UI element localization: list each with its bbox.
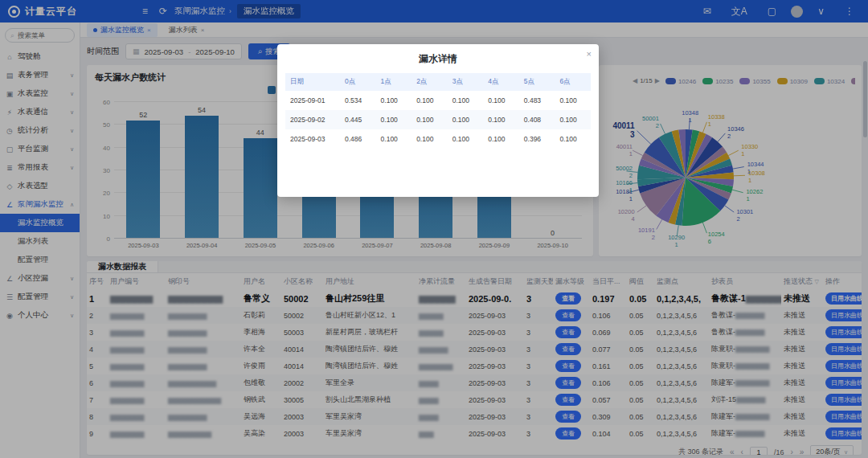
modal-cell: 0.408 <box>519 110 555 129</box>
modal-title: 漏水详情 <box>285 52 591 66</box>
modal-cell: 0.483 <box>519 91 555 110</box>
modal-cell: 2025-09-03 <box>285 129 340 149</box>
modal-col-header: 1点 <box>376 73 412 91</box>
modal-cell: 0.100 <box>376 129 412 149</box>
modal-cell: 0.100 <box>555 91 591 110</box>
modal-col-header: 2点 <box>411 73 448 91</box>
modal-col-header: 日期 <box>285 73 340 91</box>
modal-cell: 0.534 <box>340 91 376 110</box>
modal-close-icon[interactable]: × <box>587 49 592 59</box>
modal-cell: 0.100 <box>411 110 448 129</box>
modal-col-header: 4点 <box>483 73 519 91</box>
modal-table-row: 2025-09-030.4860.1000.1000.1000.1000.396… <box>285 129 591 149</box>
modal-cell: 0.486 <box>340 129 376 149</box>
modal-cell: 0.100 <box>448 110 484 129</box>
modal-cell: 0.100 <box>411 129 448 149</box>
modal-cell: 0.100 <box>555 110 591 129</box>
modal-cell: 0.100 <box>448 91 484 110</box>
modal-col-header: 3点 <box>448 73 484 91</box>
modal-cell: 0.445 <box>340 110 376 129</box>
modal-cell: 0.100 <box>448 129 484 149</box>
modal-cell: 0.100 <box>555 129 591 149</box>
modal-col-header: 5点 <box>519 73 555 91</box>
modal-cell: 0.100 <box>376 110 412 129</box>
modal-table-row: 2025-09-020.4450.1000.1000.1000.1000.408… <box>285 110 591 129</box>
modal-table-header-row: 日期0点1点2点3点4点5点6点 <box>285 73 591 91</box>
modal-cell: 0.100 <box>483 110 519 129</box>
modal-cell: 0.100 <box>411 91 448 110</box>
modal-cell: 0.100 <box>376 91 412 110</box>
leak-detail-table: 日期0点1点2点3点4点5点6点 2025-09-010.5340.1000.1… <box>285 73 591 149</box>
modal-cell: 2025-09-01 <box>285 91 340 110</box>
modal-cell: 0.396 <box>519 129 555 149</box>
modal-col-header: 0点 <box>340 73 376 91</box>
modal-cell: 2025-09-02 <box>285 110 340 129</box>
leak-detail-modal: × 漏水详情 日期0点1点2点3点4点5点6点 2025-09-010.5340… <box>277 44 599 197</box>
modal-col-header: 6点 <box>555 73 591 91</box>
modal-table-row: 2025-09-010.5340.1000.1000.1000.1000.483… <box>285 91 591 110</box>
modal-cell: 0.100 <box>483 91 519 110</box>
modal-cell: 0.100 <box>483 129 519 149</box>
